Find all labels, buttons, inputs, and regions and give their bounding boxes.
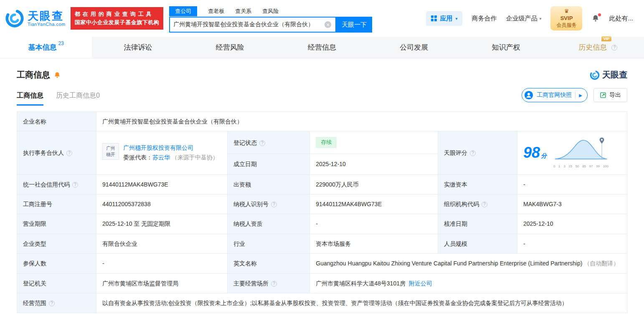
label-english-name: 英文名称 — [228, 254, 310, 273]
label-insured-count: 参保人数 — [17, 254, 96, 273]
value-staff-size: - — [517, 234, 627, 253]
label-business-term: 营业期限 — [17, 214, 96, 234]
tab-intellectual-property[interactable]: 知识产权 — [460, 37, 552, 58]
help-icon[interactable]: ? — [271, 202, 277, 207]
notification-bell-icon[interactable] — [591, 14, 600, 23]
label-capital: 出资额 — [228, 174, 310, 194]
search-button[interactable]: 天眼一下 — [336, 17, 372, 33]
tianyancha-logo[interactable]: 天眼查 TianYanCha.com — [5, 9, 66, 28]
section-title: 工商信息 — [17, 69, 50, 81]
value-registration-status: 存续 — [310, 131, 438, 154]
vip-badge: VIP — [601, 36, 612, 41]
help-icon[interactable]: ? — [470, 150, 476, 156]
label-company-name: 企业名称 — [17, 112, 96, 131]
tab-legal-proceedings[interactable]: 法律诉讼 — [92, 37, 184, 58]
tab-basic-info[interactable]: 基本信息 23 — [0, 37, 92, 58]
label-registration-status: 登记状态? — [228, 131, 310, 154]
banner-line2: 国家中小企业发展子基金旗下机构 — [75, 18, 160, 27]
table-row: 企业名称 广州黄埔开投智星创业投资基金合伙企业（有限合伙） — [17, 112, 627, 131]
table-row: 执行事务合伙人? 广州 穗开 广州穗开股权投资有限公司 委派代表：苏云华 （来源… — [17, 131, 627, 154]
table-row: 营业期限 2025-12-10 至 无固定期限 纳税人资质 - 核准日期 202… — [17, 214, 627, 234]
value-executive-partner: 广州 穗开 广州穗开股权投资有限公司 委派代表：苏云华 （来源于中基协） — [96, 131, 227, 174]
tab-history-info[interactable]: VIP 历史信息 ? — [552, 37, 644, 58]
label-establish-date: 成立日期 — [228, 154, 310, 174]
help-icon[interactable]: ? — [482, 202, 487, 207]
value-registration-number: 440112005372838 — [96, 194, 227, 214]
company-nav-tabs: 基本信息 23 法律诉讼 经营风险 经营信息 公司发展 知识产权 VIP 历史信… — [0, 37, 644, 58]
business-cooperation-link[interactable]: 商务合作 — [472, 15, 497, 23]
value-taxpayer-id: 91440112MAK4BWG73E — [310, 194, 438, 214]
search-area: 查公司 查老板 查关系 查风险 ✕ 天眼一下 — [169, 4, 372, 33]
value-business-term: 2025-12-10 至 无固定期限 — [96, 214, 227, 234]
logo-swirl-icon — [590, 70, 600, 80]
arrow-right-icon: ▶ — [575, 92, 582, 98]
search-input[interactable] — [170, 21, 325, 28]
label-registration-authority: 登记机关 — [17, 273, 96, 293]
table-row: 参保人数 - 英文名称 Guangzhou Huangpu Kaitou Zhi… — [17, 254, 627, 273]
value-taxpayer-qualification: - — [310, 214, 438, 234]
tab-operational-risk[interactable]: 经营风险 — [184, 37, 276, 58]
help-icon[interactable]: ? — [259, 140, 265, 146]
label-executive-partner: 执行事务合伙人? — [17, 131, 96, 174]
label-org-code: 组织机构代码? — [438, 194, 517, 214]
tab-count-badge: 23 — [58, 40, 63, 46]
tab-company-development[interactable]: 公司发展 — [368, 37, 460, 58]
search-tab-boss[interactable]: 查老板 — [208, 8, 224, 15]
label-industry: 行业 — [228, 234, 310, 253]
export-button[interactable]: 导出 — [593, 88, 627, 102]
value-credit-code: 91440112MAK4BWG73E — [96, 174, 227, 194]
enterprise-products-menu[interactable]: 企业级产品 ▾ — [506, 15, 541, 23]
watermark-logo: 天眼查 — [590, 69, 627, 81]
business-info-table: 企业名称 广州黄埔开投智星创业投资基金合伙企业（有限合伙） 执行事务合伙人? 广… — [17, 111, 627, 313]
table-row: 登记机关 广州市黄埔区市场监督管理局 主要经营场所? 广州市黄埔区科学大道48号… — [17, 273, 627, 293]
official-snapshot-button[interactable]: 工商官网快照 ▶ — [522, 88, 588, 102]
partner-logo: 广州 穗开 — [102, 143, 119, 160]
help-icon[interactable]: ? — [611, 45, 617, 50]
svip-membership-button[interactable]: ♛ SVIP 会员服务 — [550, 6, 582, 30]
status-badge: 存续 — [316, 137, 337, 148]
label-staff-size: 人员规模 — [438, 234, 517, 253]
label-tianyan-score: 天眼评分? — [438, 131, 517, 174]
apps-grid-icon — [431, 15, 437, 21]
promo-banner: 都在用的商业查询工具 国家中小企业发展子基金旗下机构 — [71, 7, 164, 30]
nearby-companies-link[interactable]: 附近公司 — [409, 280, 432, 287]
subtab-business-registration[interactable]: 工商信息 — [17, 91, 43, 106]
clear-search-icon[interactable]: ✕ — [325, 21, 331, 28]
value-english-name: Guangzhou Huangpu Kaitou Zhixing Venture… — [310, 254, 627, 273]
tab-business-info[interactable]: 经营信息 — [276, 37, 368, 58]
partner-company-link[interactable]: 广州穗开股权投资有限公司 — [123, 144, 193, 151]
value-registration-authority: 广州市黄埔区市场监督管理局 — [96, 273, 227, 293]
user-account[interactable]: 此处有... — [609, 15, 633, 23]
label-business-address: 主要经营场所? — [228, 273, 310, 293]
chevron-down-icon: ▾ — [455, 16, 457, 21]
help-icon[interactable]: ? — [66, 150, 72, 156]
label-credit-code: 统一社会信用代码? — [17, 174, 96, 194]
value-paid-capital: - — [517, 174, 627, 194]
chevron-down-icon: ▾ — [539, 16, 541, 21]
top-header: 天眼查 TianYanCha.com 都在用的商业查询工具 国家中小企业发展子基… — [0, 0, 644, 37]
apps-menu[interactable]: 应用 ▾ — [426, 11, 462, 26]
table-row: 工商注册号 440112005372838 纳税人识别号? 91440112MA… — [17, 194, 627, 214]
rep-source-note: （来源于中基协） — [172, 154, 218, 161]
search-tab-company[interactable]: 查公司 — [169, 6, 197, 16]
table-row: 统一社会信用代码? 91440112MAK4BWG73E 出资额 229000万… — [17, 174, 627, 194]
search-tab-relation[interactable]: 查关系 — [235, 8, 251, 15]
score-distribution-chart: 01 315 5085 9799 100 — [553, 136, 609, 169]
logo-text-cn: 天眼查 — [28, 10, 66, 22]
help-icon[interactable]: ? — [72, 182, 78, 188]
value-establish-date: 2025-12-10 — [310, 154, 438, 174]
representative-link[interactable]: 苏云华 — [152, 154, 170, 161]
crown-icon: ♛ — [556, 8, 576, 15]
help-icon[interactable]: ? — [49, 300, 55, 306]
label-paid-capital: 实缴资本 — [438, 174, 517, 194]
search-tab-risk[interactable]: 查风险 — [262, 8, 279, 15]
score-axis-labels: 01 315 5085 9799 100 — [553, 164, 609, 169]
help-icon[interactable]: ? — [271, 281, 277, 287]
subtab-history-registration[interactable]: 历史工商信息0 — [56, 91, 100, 106]
logo-swirl-icon — [5, 9, 24, 28]
main-content: 工商信息 天眼查 工商信息 历史工商信息0 工商官网快照 ▶ — [0, 69, 644, 313]
logo-text-en: TianYanCha.com — [28, 22, 66, 27]
subscribe-bell-icon[interactable] — [53, 71, 61, 79]
banner-line1: 都在用的商业查询工具 — [75, 10, 160, 18]
label-approval-date: 核准日期 — [438, 214, 517, 234]
